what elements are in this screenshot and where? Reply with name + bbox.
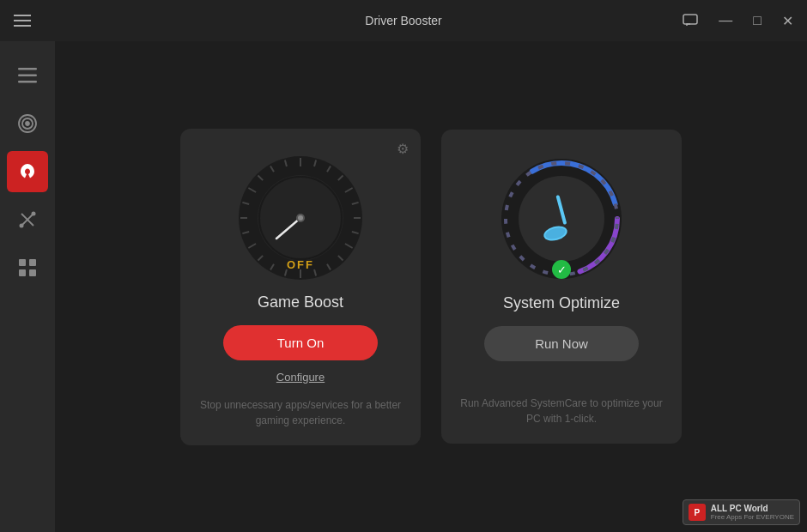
maximize-button[interactable]: □: [749, 9, 765, 32]
watermark-subtitle: Free Apps For EVERYONE: [711, 513, 794, 521]
sidebar-item-grid[interactable]: [7, 247, 48, 288]
svg-rect-14: [29, 269, 36, 276]
watermark-badge: P ALL PC World Free Apps For EVERYONE: [683, 499, 800, 525]
svg-point-6: [26, 122, 29, 125]
gauge-container: OFF: [232, 149, 369, 287]
configure-link[interactable]: Configure: [276, 371, 325, 384]
watermark-logo: P: [689, 504, 706, 521]
gauge-status-label: OFF: [287, 258, 314, 271]
watermark-title: ALL PC World: [711, 504, 794, 513]
turn-on-button[interactable]: Turn On: [223, 325, 378, 360]
system-optimize-card: ✓ System Optimize Run Now Run Advanced S…: [441, 130, 682, 444]
hamburger-menu-icon[interactable]: [10, 11, 34, 30]
svg-rect-2: [18, 75, 37, 77]
sidebar-item-tools[interactable]: [7, 199, 48, 240]
title-bar-left: [10, 11, 34, 30]
gear-icon[interactable]: ⚙: [397, 141, 409, 157]
watermark-text: ALL PC World Free Apps For EVERYONE: [711, 504, 794, 521]
system-optimize-title: System Optimize: [503, 294, 620, 312]
content-area: ⚙: [55, 41, 807, 532]
svg-rect-3: [18, 81, 37, 83]
system-optimize-description: Run Advanced SystemCare to optimize your…: [458, 396, 664, 426]
svg-point-44: [298, 215, 303, 221]
sidebar: [0, 41, 55, 532]
game-boost-description: Stop unnecessary apps/services for a bet…: [197, 397, 404, 428]
sidebar-item-target[interactable]: [7, 103, 48, 144]
title-bar-controls: — □ ✕: [679, 9, 797, 33]
svg-rect-13: [19, 269, 26, 276]
run-now-button[interactable]: Run Now: [484, 326, 639, 361]
app-title: Driver Booster: [365, 14, 441, 27]
optimize-container: ✓: [493, 150, 630, 287]
chat-button[interactable]: [679, 10, 701, 31]
svg-rect-12: [29, 259, 36, 266]
sidebar-item-menu[interactable]: [7, 55, 48, 96]
svg-point-49: [519, 176, 604, 262]
svg-point-9: [20, 224, 24, 228]
sidebar-item-boost[interactable]: [7, 151, 48, 192]
svg-rect-1: [18, 68, 37, 70]
svg-point-10: [32, 212, 36, 216]
close-button[interactable]: ✕: [779, 9, 797, 33]
game-boost-card: ⚙: [180, 129, 421, 445]
minimize-button[interactable]: —: [715, 9, 736, 32]
title-bar: Driver Booster — □ ✕: [0, 0, 807, 41]
svg-rect-11: [19, 259, 26, 266]
svg-rect-0: [683, 15, 697, 24]
optimize-check-icon: ✓: [552, 260, 571, 279]
game-boost-title: Game Boost: [258, 293, 343, 311]
main-layout: ⚙: [0, 41, 807, 532]
